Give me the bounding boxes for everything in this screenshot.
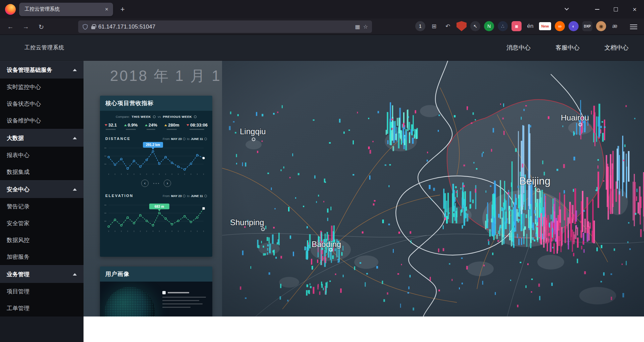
city-label: Beijing <box>519 175 550 187</box>
tab-list-chevron-icon[interactable] <box>561 4 572 15</box>
header-nav-item-1[interactable]: 消息中心 <box>506 44 531 52</box>
extension-new-icon[interactable]: New <box>539 22 551 30</box>
browser-tabbar: 工控云管理系统 × + × <box>0 0 644 18</box>
reload-button[interactable]: ↻ <box>35 20 48 33</box>
header-nav-item-3[interactable]: 文档中心 <box>604 44 629 52</box>
url-text[interactable]: 61.147.171.105:51047 <box>98 23 155 30</box>
arrow-down-icon <box>186 124 189 126</box>
compare-week-b[interactable]: PREVIOUS WEEK <box>163 115 192 118</box>
extensions-row: 1⊞↶1↖N∴▣énNew∞◐DXP◉æ <box>415 21 620 31</box>
dropdown-circle-icon[interactable] <box>194 115 197 118</box>
sidebar-item[interactable]: 实时监控中心 <box>0 79 84 95</box>
sidebar-item[interactable]: 警告记录 <box>0 198 84 215</box>
extension-undo-icon[interactable]: ↶ <box>443 21 453 31</box>
sidebar-item[interactable]: 设备状态中心 <box>0 95 84 112</box>
pager-prev-button[interactable]: ‹ <box>141 180 149 187</box>
distance-label: DISTANCE <box>105 137 130 141</box>
extension-cursor-icon[interactable]: ↖ <box>470 21 480 31</box>
header-nav-item-2[interactable]: 客服中心 <box>555 44 580 52</box>
stat-top: 08:33:06 <box>186 123 208 128</box>
lock-icon[interactable] <box>91 26 95 29</box>
shield-icon[interactable] <box>82 24 88 30</box>
extension-shield-icon[interactable]: 1 <box>457 21 467 31</box>
sidebar-group[interactable]: 设备管理基础服务 <box>0 61 84 79</box>
new-tab-button[interactable]: + <box>118 5 127 14</box>
profile-text-line <box>162 300 199 301</box>
sidebar-item[interactable]: 工单管理 <box>0 300 84 316</box>
arrow-up-icon <box>164 124 167 126</box>
pager-next-button[interactable]: › <box>164 180 171 187</box>
range-from-value[interactable]: MAY 23 <box>171 194 182 198</box>
sidebar-group[interactable]: 安全中心 <box>0 180 84 198</box>
extension-ae-icon[interactable]: æ <box>610 21 620 31</box>
sidebar-item[interactable]: 数据风控 <box>0 232 84 248</box>
sidebar-group[interactable]: 大数据 <box>0 129 84 147</box>
extension-crop-icon[interactable]: ⊞ <box>429 21 439 31</box>
svg-text:683 m: 683 m <box>155 205 164 208</box>
scan-grid-icon[interactable]: ▦ <box>355 23 360 30</box>
clock-icon[interactable] <box>204 195 207 197</box>
profile-logo-row <box>162 291 207 294</box>
stat-value: 280m <box>168 123 179 128</box>
elevation-chart: 683 m <box>104 199 208 235</box>
stats-row: 32.10.9%24%280m08:33:06 <box>100 123 212 130</box>
dropdown-circle-icon[interactable] <box>153 115 156 118</box>
minimize-icon <box>595 9 599 10</box>
browser-tab[interactable]: 工控云管理系统 × <box>19 3 113 16</box>
web-page: 工控云管理系统 消息中心客服中心文档中心 设备管理基础服务实时监控中心设备状态中… <box>0 35 644 342</box>
globe-visualization <box>105 287 155 316</box>
sidebar-item[interactable]: 设备维护中心 <box>0 112 84 129</box>
extension-counter-icon[interactable]: 1 <box>415 21 425 31</box>
city-label: Shunping <box>230 218 264 227</box>
window-maximize-button[interactable] <box>606 0 625 18</box>
arrow-up-icon <box>124 124 127 126</box>
profile-logo-icon <box>162 291 166 294</box>
back-button[interactable]: ← <box>4 20 17 33</box>
revenue-card: 核心项目营收指标 Compare: THIS WEEK vs PREVIOUS … <box>100 96 212 257</box>
extension-n-icon[interactable]: N <box>484 21 494 31</box>
stat-value: 08:33:06 <box>190 123 208 128</box>
window-close-button[interactable]: × <box>625 0 644 18</box>
extension-dxp-icon[interactable]: DXP <box>582 21 592 31</box>
extension-infinity-icon[interactable]: ∞ <box>555 21 565 31</box>
tab-close-icon[interactable]: × <box>104 6 110 13</box>
clock-icon[interactable] <box>183 138 185 140</box>
stat-value: 32.1 <box>108 123 117 128</box>
sidebar-item[interactable]: 数据集成 <box>0 163 84 180</box>
stat-item: 0.9% <box>124 123 138 130</box>
compare-vs: vs <box>158 115 161 118</box>
range-to-value[interactable]: JUNE 11 <box>191 194 203 198</box>
app-menu-button[interactable] <box>630 23 637 31</box>
firefox-logo[interactable] <box>5 4 16 15</box>
sidebar-item[interactable]: 安全管家 <box>0 215 84 232</box>
tab-title: 工控云管理系统 <box>24 6 104 12</box>
stat-sublabel <box>167 129 177 130</box>
extension-signature-icon[interactable]: én <box>525 21 535 31</box>
sidebar-item[interactable]: 项目管理 <box>0 283 84 300</box>
range-to-value[interactable]: JUNE 11 <box>191 137 203 141</box>
range-from-value[interactable]: MAY 23 <box>171 137 182 141</box>
city-label: Huairou <box>561 113 589 122</box>
city-label: Baoding <box>312 240 341 249</box>
sidebar-group[interactable]: 业务管理 <box>0 265 84 283</box>
sidebar-item[interactable]: 加密服务 <box>0 248 84 265</box>
city-marker <box>329 248 332 251</box>
city-marker <box>252 138 255 141</box>
compare-prefix: Compare: <box>116 115 130 118</box>
url-bar[interactable]: 61.147.171.105:51047 ▦ ☆ <box>78 20 372 33</box>
maximize-icon <box>614 7 618 11</box>
map-visualization[interactable]: LingqiuHuairouBeijingShunpingBaoding <box>222 61 644 316</box>
window-minimize-button[interactable] <box>588 0 606 18</box>
sidebar-menu: 设备管理基础服务实时监控中心设备状态中心设备维护中心大数据报表中心数据集成安全中… <box>0 61 84 316</box>
sidebar-item[interactable]: 报表中心 <box>0 147 84 163</box>
bookmark-star-icon[interactable]: ☆ <box>363 23 368 30</box>
clock-icon[interactable] <box>183 195 185 197</box>
extension-monkey-icon[interactable]: ◉ <box>596 21 606 31</box>
extension-pink-icon[interactable]: ▣ <box>512 21 522 31</box>
forward-button[interactable]: → <box>19 20 32 33</box>
chevron-up-icon <box>73 188 77 191</box>
clock-icon[interactable] <box>204 138 207 140</box>
extension-dots-icon[interactable]: ∴ <box>498 21 508 31</box>
compare-week-a[interactable]: THIS WEEK <box>132 115 151 118</box>
extension-swirl-icon[interactable]: ◐ <box>569 21 579 31</box>
